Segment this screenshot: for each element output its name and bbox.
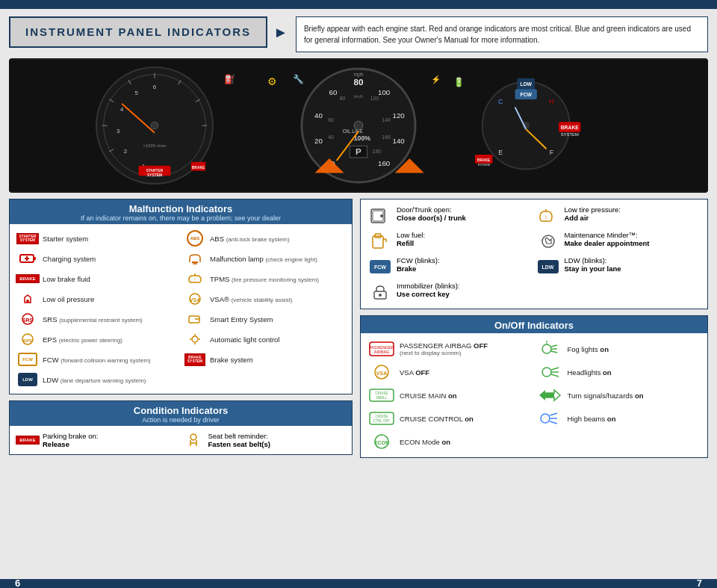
svg-text:BRAKE: BRAKE bbox=[561, 125, 580, 130]
notifications-panel: Door/Trunk open: Close door(s) / trunk !… bbox=[360, 199, 708, 309]
maint-label-line1: Maintenance Minder™: bbox=[565, 231, 650, 239]
svg-text:120: 120 bbox=[370, 96, 379, 101]
top-section: INSTRUMENT PANEL INDICATORS ► Briefly ap… bbox=[9, 16, 708, 52]
title-area: INSTRUMENT PANEL INDICATORS ► bbox=[9, 16, 288, 48]
fcw-icon: FCW bbox=[17, 351, 38, 368]
onoff-header: On/Off Indicators bbox=[361, 316, 707, 333]
immobilizer-label2: Use correct key bbox=[397, 290, 459, 298]
passenger-airbag-label: PASSENGER AIRBAG OFF bbox=[400, 341, 488, 350]
indicator-item: VSA VSA® (vehicle stability assist) bbox=[184, 291, 344, 307]
svg-text:VSA: VSA bbox=[376, 371, 387, 376]
eps-label: EPS bbox=[43, 335, 57, 344]
svg-text:STARTER: STARTER bbox=[146, 169, 164, 173]
parking-brake-label: Parking brake on: bbox=[43, 432, 98, 440]
svg-point-111 bbox=[379, 294, 382, 297]
onoff-headlights: Headlights on bbox=[536, 362, 701, 382]
brake-system-icon: BRAKESYSTEM bbox=[184, 351, 205, 368]
smart-entry-icon bbox=[184, 311, 205, 327]
svg-text:SRS: SRS bbox=[22, 318, 34, 323]
immobilizer-icon bbox=[368, 282, 392, 303]
charging-label: Charging system bbox=[43, 255, 96, 263]
svg-line-116 bbox=[551, 345, 557, 347]
svg-text:140: 140 bbox=[392, 137, 405, 145]
condition-grid: BRAKE Parking brake on: Release Seat bel… bbox=[10, 426, 352, 454]
malfunction-grid: STARTERSYSTEM Starter system ABS ABS (an… bbox=[17, 230, 344, 388]
onoff-panel: On/Off Indicators PASSENGERAIRBAG PASSEN… bbox=[360, 315, 708, 458]
cruise-main-label: CRUISE MAIN on bbox=[400, 392, 457, 400]
svg-point-115 bbox=[542, 344, 551, 353]
svg-text:CRUISE: CRUISE bbox=[375, 415, 388, 418]
vsa-off-label: VSA OFF bbox=[400, 368, 429, 377]
arrow-icon: ► bbox=[273, 24, 288, 41]
svg-text:H: H bbox=[549, 98, 553, 105]
fog-lights-icon bbox=[536, 339, 563, 359]
smart-entry-label: Smart Entry System bbox=[210, 315, 273, 324]
malfunction-body: STARTERSYSTEM Starter system ABS ABS (an… bbox=[10, 224, 352, 394]
malfunction-title: Malfunction Indicators bbox=[10, 203, 352, 214]
left-column: Malfunction Indicators If an indicator r… bbox=[9, 199, 353, 458]
main-content: INSTRUMENT PANEL INDICATORS ► Briefly ap… bbox=[0, 9, 717, 579]
ldw-icon: LDW bbox=[17, 371, 38, 388]
fcw-notif-icon: FCW bbox=[368, 256, 392, 277]
indicator-item: BRAKESYSTEM Brake system bbox=[184, 351, 344, 368]
vsa-off-icon: VSA bbox=[368, 362, 395, 382]
onoff-econ: ECON ECON Mode on bbox=[368, 432, 533, 451]
malfunction-lamp-label: Malfunction lamp (check engine light) bbox=[210, 255, 317, 263]
notifications-body: Door/Trunk open: Close door(s) / trunk !… bbox=[361, 199, 707, 309]
headlights-label: Headlights on bbox=[568, 368, 612, 377]
vsa-icon: VSA bbox=[184, 291, 205, 307]
svg-text:140: 140 bbox=[382, 117, 391, 123]
parking-brake-action: Release bbox=[43, 440, 98, 448]
svg-point-83 bbox=[26, 300, 29, 303]
svg-text:5: 5 bbox=[134, 90, 138, 96]
svg-text:mph: mph bbox=[353, 72, 363, 78]
cruise-control-label: CRUISE CONTROL on bbox=[400, 415, 474, 423]
svg-text:40: 40 bbox=[328, 134, 334, 140]
indicator-item: STARTERSYSTEM Starter system bbox=[17, 230, 177, 247]
cruise-main-icon: CRUISESMALL bbox=[368, 386, 395, 405]
indicator-item: BRAKE Low brake fluid bbox=[17, 270, 177, 287]
auto-light-label: Automatic light control bbox=[210, 335, 279, 344]
tire-label-line2: Add air bbox=[565, 214, 621, 222]
page-num-right: 7 bbox=[697, 579, 702, 588]
svg-text:160: 160 bbox=[378, 159, 391, 167]
oil-label: Low oil pressure bbox=[43, 295, 94, 303]
brake-fluid-icon: BRAKE bbox=[17, 270, 38, 287]
auto-light-icon bbox=[184, 331, 205, 347]
turn-signals-icon bbox=[536, 386, 563, 405]
svg-text:⚡: ⚡ bbox=[431, 75, 441, 84]
indicator-item: EPS EPS (electric power steering) bbox=[17, 331, 177, 347]
indicator-item: LDW LDW (lane departure warning system) bbox=[17, 371, 177, 388]
passenger-airbag-sub: (next to display screen) bbox=[400, 350, 488, 356]
svg-text:4: 4 bbox=[120, 106, 124, 113]
notif-fuel: Low fuel: Refill bbox=[368, 231, 533, 252]
condition-header: Condition Indicators Action is needed by… bbox=[10, 401, 352, 426]
svg-line-123 bbox=[551, 368, 559, 370]
malfunction-lamp-icon bbox=[184, 250, 205, 267]
svg-text:40: 40 bbox=[314, 111, 323, 120]
svg-text:FCW: FCW bbox=[520, 92, 532, 97]
door-label-line2: Close door(s) / trunk bbox=[397, 214, 466, 222]
svg-text:!: ! bbox=[194, 277, 195, 282]
onoff-cruise-control: CRUISECTRL OFF CRUISE CONTROL on bbox=[368, 409, 533, 428]
notif-fcw: FCW FCW (blinks): Brake bbox=[368, 256, 533, 277]
tire-label-line1: Low tire pressure: bbox=[565, 205, 621, 214]
indicator-item: Charging system bbox=[17, 250, 177, 267]
svg-text:3: 3 bbox=[117, 128, 120, 134]
indicator-item: Smart Entry System bbox=[184, 311, 344, 327]
ldw-notif-icon: LDW bbox=[536, 256, 560, 277]
svg-text:F: F bbox=[550, 149, 553, 156]
svg-marker-129 bbox=[539, 390, 554, 400]
svg-text:160: 160 bbox=[382, 134, 391, 140]
svg-text:SYSTEM: SYSTEM bbox=[561, 132, 579, 137]
econ-icon: ECON bbox=[368, 432, 395, 451]
maint-label-line2: Make dealer appointment bbox=[565, 239, 650, 247]
svg-text:60: 60 bbox=[328, 117, 334, 123]
svg-rect-76 bbox=[34, 257, 36, 260]
abs-label: ABS (anti-lock brake system) bbox=[210, 235, 290, 243]
svg-text:BRAKE: BRAKE bbox=[192, 166, 205, 170]
svg-text:EPS: EPS bbox=[23, 338, 32, 343]
maintenance-icon bbox=[536, 231, 560, 252]
malfunction-subtitle: If an indicator remains on, there may be… bbox=[10, 214, 352, 222]
svg-text:⚙: ⚙ bbox=[267, 76, 277, 87]
